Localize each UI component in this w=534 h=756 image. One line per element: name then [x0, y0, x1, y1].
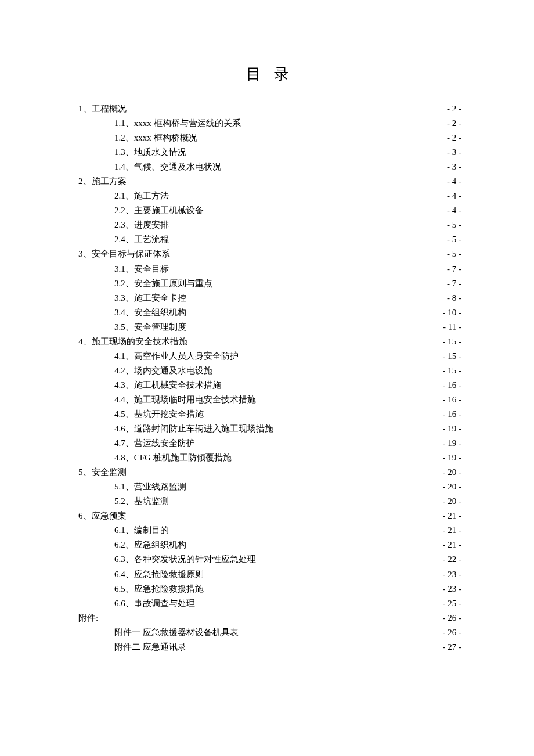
toc-entry-label: 1.2、xxxx 框构桥概况 — [114, 131, 197, 145]
toc-entry-label: 6.1、编制目的 — [114, 523, 169, 538]
toc-entry-label: 4.8、CFG 桩机施工防倾覆措施 — [114, 451, 232, 465]
toc-entry-page: - 7 - — [447, 262, 461, 276]
toc-entry: 5.1、营业线路监测- 20 - — [78, 480, 461, 494]
toc-entry-page: - 26 - — [443, 611, 462, 625]
toc-entry-page: - 23 - — [443, 582, 462, 596]
toc-entry: 5、安全监测- 20 - — [78, 465, 461, 480]
toc-entry-page: - 7 - — [447, 276, 461, 291]
document-page: 目 录 1、工程概况- 2 -1.1、xxxx 框构桥与营运线的关系- 2 -1… — [0, 0, 534, 712]
toc-entry: 4.6、道路封闭防止车辆进入施工现场措施- 19 - — [78, 422, 461, 436]
toc-entry-label: 6.3、各种突发状况的针对性应急处理 — [114, 552, 256, 567]
toc-entry-label: 6.4、应急抢险救援原则 — [114, 567, 204, 582]
toc-entry-page: - 19 - — [443, 422, 462, 436]
toc-entry-page: - 15 - — [443, 334, 462, 349]
toc-entry: 1.1、xxxx 框构桥与营运线的关系- 2 - — [78, 116, 461, 131]
toc-entry-page: - 20 - — [443, 494, 462, 509]
toc-entry: 4.7、营运线安全防护- 19 - — [78, 436, 461, 451]
toc-entry-label: 4.3、施工机械安全技术措施 — [114, 378, 221, 393]
toc-entry: 4.8、CFG 桩机施工防倾覆措施- 19 - — [78, 451, 461, 465]
toc-entry: 4.5、基坑开挖安全措施- 16 - — [78, 407, 461, 422]
toc-title: 目 录 — [78, 64, 461, 84]
toc-entry-label: 附件一 应急救援器材设备机具表 — [114, 625, 239, 640]
toc-entry: 4.4、施工现场临时用电安全技术措施- 16 - — [78, 393, 461, 407]
toc-entry-label: 5.2、基坑监测 — [114, 494, 169, 509]
toc-entry-label: 4.7、营运线安全防护 — [114, 436, 195, 451]
toc-entry-page: - 4 - — [447, 189, 461, 203]
toc-entry-label: 4、施工现场的安全技术措施 — [78, 334, 187, 349]
toc-entry: 6.2、应急组织机构- 21 - — [78, 538, 461, 552]
toc-entry-page: - 3 - — [447, 145, 461, 160]
toc-entry-page: - 16 - — [443, 393, 462, 407]
toc-entry-page: - 5 - — [447, 218, 461, 232]
toc-entry: 1.2、xxxx 框构桥概况- 2 - — [78, 131, 461, 145]
toc-entry: 4、施工现场的安全技术措施- 15 - — [78, 334, 461, 349]
toc-entry-page: - 4 - — [447, 174, 461, 189]
toc-entry-page: - 25 - — [443, 596, 462, 611]
toc-entry: 1.3、地质水文情况- 3 - — [78, 145, 461, 160]
toc-entry: 3.3、施工安全卡控- 8 - — [78, 291, 461, 305]
toc-entry-page: - 19 - — [443, 451, 462, 465]
toc-entry-label: 4.1、高空作业人员人身安全防护 — [114, 349, 239, 363]
toc-entry-page: - 4 - — [447, 203, 461, 218]
toc-entry: 6.1、编制目的- 21 - — [78, 523, 461, 538]
toc-entry-label: 5、安全监测 — [78, 465, 127, 480]
toc-entry-label: 6、应急预案 — [78, 509, 127, 523]
toc-entry: 2.2、主要施工机械设备- 4 - — [78, 203, 461, 218]
toc-entry-label: 6.2、应急组织机构 — [114, 538, 186, 552]
toc-entry-label: 2.3、进度安排 — [114, 218, 169, 232]
toc-entry-page: - 2 - — [447, 102, 461, 116]
toc-entry-label: 4.2、场内交通及水电设施 — [114, 363, 212, 378]
toc-container: 1、工程概况- 2 -1.1、xxxx 框构桥与营运线的关系- 2 -1.2、x… — [78, 102, 461, 654]
toc-entry: 6.3、各种突发状况的针对性应急处理- 22 - — [78, 552, 461, 567]
toc-entry-page: - 15 - — [443, 363, 462, 378]
toc-entry-page: - 27 - — [443, 640, 462, 654]
toc-entry: 2.1、施工方法- 4 - — [78, 189, 461, 203]
toc-entry-page: - 16 - — [443, 378, 462, 393]
toc-entry: 4.3、施工机械安全技术措施- 16 - — [78, 378, 461, 393]
toc-entry: 5.2、基坑监测- 20 - — [78, 494, 461, 509]
toc-entry-page: - 11 - — [443, 320, 461, 334]
toc-entry-page: - 5 - — [447, 232, 461, 247]
toc-entry: 附件一 应急救援器材设备机具表- 26 - — [78, 625, 461, 640]
toc-entry-label: 2.1、施工方法 — [114, 189, 169, 203]
toc-entry-page: - 20 - — [443, 480, 462, 494]
toc-entry-label: 3、安全目标与保证体系 — [78, 247, 170, 261]
toc-entry: 1、工程概况- 2 - — [78, 102, 461, 116]
toc-entry-label: 5.1、营业线路监测 — [114, 480, 186, 494]
toc-entry: 2、施工方案- 4 - — [78, 174, 461, 189]
toc-entry: 3.5、安全管理制度- 11 - — [78, 320, 461, 334]
toc-entry: 4.2、场内交通及水电设施- 15 - — [78, 363, 461, 378]
toc-entry-label: 1、工程概况 — [78, 102, 127, 116]
toc-entry: 附件:- 26 - — [78, 611, 461, 625]
toc-entry-page: - 10 - — [443, 305, 462, 320]
toc-entry-label: 附件二 应急通讯录 — [114, 640, 186, 654]
toc-entry: 6、应急预案- 21 - — [78, 509, 461, 523]
toc-entry: 2.4、工艺流程- 5 - — [78, 232, 461, 247]
toc-entry-label: 3.3、施工安全卡控 — [114, 291, 186, 305]
toc-entry: 3、安全目标与保证体系- 5 - — [78, 247, 461, 261]
toc-entry-label: 3.5、安全管理制度 — [114, 320, 186, 334]
toc-entry-page: - 5 - — [447, 247, 461, 261]
toc-entry-page: - 22 - — [443, 552, 462, 567]
toc-entry-label: 1.4、气候、交通及水电状况 — [114, 160, 221, 174]
toc-entry: 2.3、进度安排- 5 - — [78, 218, 461, 232]
toc-entry: 6.6、事故调查与处理- 25 - — [78, 596, 461, 611]
toc-entry-label: 6.5、应急抢险救援措施 — [114, 582, 204, 596]
toc-entry: 6.4、应急抢险救援原则- 23 - — [78, 567, 461, 582]
toc-entry-label: 3.2、安全施工原则与重点 — [114, 276, 212, 291]
toc-entry-label: 附件: — [78, 611, 98, 625]
toc-entry-page: - 23 - — [443, 567, 462, 582]
toc-entry-page: - 21 - — [443, 523, 462, 538]
toc-entry: 1.4、气候、交通及水电状况- 3 - — [78, 160, 461, 174]
toc-entry-label: 1.1、xxxx 框构桥与营运线的关系 — [114, 116, 241, 131]
toc-entry-label: 4.6、道路封闭防止车辆进入施工现场措施 — [114, 422, 273, 436]
toc-entry: 4.1、高空作业人员人身安全防护- 15 - — [78, 349, 461, 363]
toc-entry-label: 4.5、基坑开挖安全措施 — [114, 407, 204, 422]
toc-entry: 3.1、安全目标- 7 - — [78, 262, 461, 276]
toc-entry-page: - 8 - — [447, 291, 461, 305]
toc-entry-page: - 16 - — [443, 407, 462, 422]
toc-entry-label: 3.4、安全组织机构 — [114, 305, 186, 320]
toc-entry-label: 2.2、主要施工机械设备 — [114, 203, 204, 218]
toc-entry-page: - 26 - — [443, 625, 462, 640]
toc-entry-label: 4.4、施工现场临时用电安全技术措施 — [114, 393, 256, 407]
